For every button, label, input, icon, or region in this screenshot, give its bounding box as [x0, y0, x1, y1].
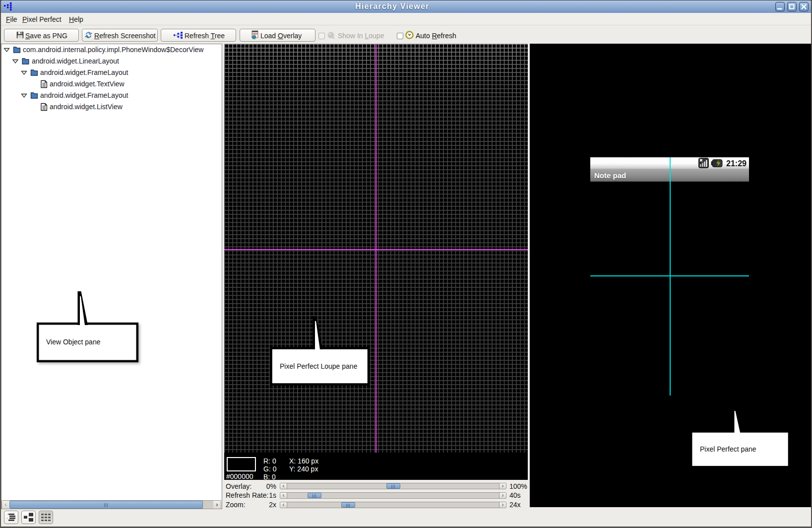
- svg-text:View Object pane: View Object pane: [46, 338, 101, 346]
- svg-text:Pixel Perfect Loupe pane: Pixel Perfect Loupe pane: [280, 362, 358, 370]
- svg-text:Pixel Perfect pane: Pixel Perfect pane: [700, 445, 756, 453]
